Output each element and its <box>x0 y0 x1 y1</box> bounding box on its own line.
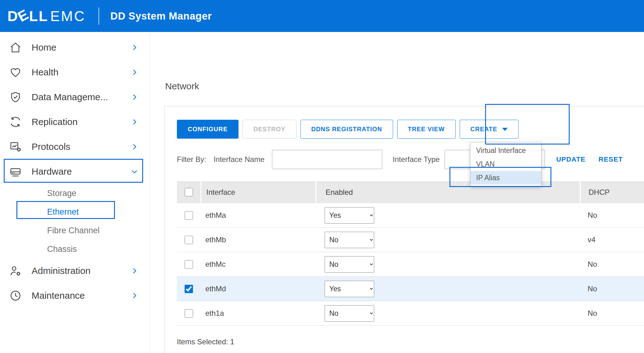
table-row: ethMb No v4 <box>177 228 644 252</box>
caret-down-icon <box>502 128 508 131</box>
dhcp-cell: v4 <box>580 228 644 252</box>
enabled-select[interactable]: No <box>325 232 374 248</box>
interface-cell: ethMb <box>200 228 315 252</box>
app-title: DD System Manager <box>110 10 212 22</box>
sidebar-item-fibre-channel[interactable]: Fibre Channel <box>0 221 150 240</box>
row-checkbox[interactable] <box>185 285 193 293</box>
interface-name-input[interactable] <box>272 150 382 169</box>
protocols-icon <box>9 141 22 153</box>
table-row: ethMc No No <box>177 252 644 277</box>
table-row: ethMa Yes No <box>177 203 644 228</box>
chevron-right-icon <box>130 118 138 126</box>
sidebar-item-hardware[interactable]: Hardware <box>0 159 150 184</box>
home-icon <box>9 41 22 54</box>
main-content: Network INTERFACES SETTINGS ROUTES CONFI… <box>150 32 644 353</box>
chevron-down-icon <box>130 168 138 176</box>
enabled-select[interactable]: Yes <box>325 207 374 224</box>
clock-icon <box>9 289 22 302</box>
filter-by-label: Filter By: <box>177 155 206 164</box>
sidebar-item-chassis[interactable]: Chassis <box>0 240 150 258</box>
sidebar-item-label: Protocols <box>32 141 130 152</box>
sidebar-item-home[interactable]: Home <box>0 35 150 60</box>
enabled-select[interactable]: No <box>325 256 374 273</box>
items-selected-status: Items Selected: 1 <box>177 337 234 346</box>
dhcp-column-header: DHCP <box>580 181 644 203</box>
reset-link[interactable]: RESET <box>598 155 623 163</box>
sidebar-item-label: Hardware <box>32 166 130 177</box>
ddns-registration-button[interactable]: DDNS REGISTRATION <box>300 120 393 139</box>
chevron-right-icon <box>130 143 138 151</box>
dhcp-cell: No <box>580 301 644 325</box>
interface-name-label: Interface Name <box>214 155 265 164</box>
chevron-right-icon <box>130 267 138 275</box>
sidebar: Home Health Data Manageme... Replication… <box>0 32 150 353</box>
select-all-checkbox[interactable] <box>185 188 193 196</box>
interface-cell: ethMd <box>200 277 315 301</box>
sidebar-item-health[interactable]: Health <box>0 60 150 85</box>
interfaces-table: Interface Enabled DHCP ethMa Yes No ethM… <box>177 181 644 326</box>
sidebar-item-label: Data Manageme... <box>32 92 130 102</box>
sidebar-subitem-label: Ethernet <box>47 207 79 217</box>
table-header-row: Interface Enabled DHCP <box>177 181 644 203</box>
enabled-select[interactable]: No <box>325 305 374 322</box>
chevron-right-icon <box>130 68 138 76</box>
row-checkbox[interactable] <box>185 236 193 244</box>
row-checkbox[interactable] <box>185 211 193 220</box>
sidebar-item-label: Health <box>32 67 130 78</box>
sidebar-item-administration[interactable]: Administration <box>0 258 150 283</box>
chevron-right-icon <box>130 43 138 51</box>
configure-button[interactable]: CONFIGURE <box>177 120 239 139</box>
chevron-right-icon <box>130 292 138 300</box>
sidebar-subitem-label: Chassis <box>47 244 77 254</box>
heart-icon <box>9 66 22 78</box>
user-gear-icon <box>9 265 22 277</box>
dellemc-logo: DELL EMC <box>7 8 85 25</box>
enabled-select[interactable]: Yes <box>325 281 374 297</box>
dhcp-cell: No <box>580 277 644 301</box>
menu-item-ip-alias[interactable]: IP Alias <box>471 171 541 185</box>
page-title: Network <box>165 81 199 92</box>
header-divider <box>99 7 99 25</box>
shield-check-icon <box>9 91 22 103</box>
toolbar: CONFIGURE DESTROY DDNS REGISTRATION TREE… <box>177 120 519 139</box>
interface-cell: ethMc <box>200 252 315 276</box>
sidebar-item-ethernet[interactable]: Ethernet <box>0 203 150 221</box>
sidebar-item-label: Administration <box>32 266 130 276</box>
interface-cell: ethMa <box>200 203 315 227</box>
hardware-drive-icon <box>9 165 22 178</box>
sidebar-item-maintenance[interactable]: Maintenance <box>0 283 150 308</box>
app-header: DELL EMC DD System Manager <box>0 0 644 32</box>
sidebar-item-label: Maintenance <box>32 290 130 301</box>
row-checkbox[interactable] <box>185 260 193 269</box>
filter-row: Filter By: Interface Name Interface Type… <box>177 150 623 169</box>
dhcp-cell: No <box>580 203 644 227</box>
refresh-icon <box>9 116 22 128</box>
sidebar-subitem-label: Storage <box>47 189 77 198</box>
create-button[interactable]: CREATE <box>460 120 519 139</box>
sidebar-item-protocols[interactable]: Protocols <box>0 134 150 159</box>
tree-view-button[interactable]: TREE VIEW <box>397 120 456 139</box>
row-checkbox[interactable] <box>185 309 193 318</box>
create-dropdown-menu: Virtual Interface VLAN IP Alias <box>470 142 541 186</box>
chevron-right-icon <box>130 93 138 101</box>
sidebar-item-data-management[interactable]: Data Manageme... <box>0 85 150 109</box>
sidebar-item-label: Home <box>32 42 130 53</box>
sidebar-item-storage[interactable]: Storage <box>0 184 150 203</box>
interface-type-label: Interface Type <box>393 155 440 164</box>
sidebar-item-label: Replication <box>32 117 130 127</box>
table-row: eth1a No No <box>177 301 644 326</box>
sidebar-item-replication[interactable]: Replication <box>0 109 150 134</box>
menu-item-virtual-interface[interactable]: Virtual Interface <box>471 144 541 157</box>
menu-item-vlan[interactable]: VLAN <box>471 157 541 171</box>
table-row-selected: ethMd Yes No <box>177 277 644 301</box>
sidebar-subitem-label: Fibre Channel <box>47 226 100 235</box>
destroy-button[interactable]: DESTROY <box>243 120 296 139</box>
interfaces-panel: CONFIGURE DESTROY DDNS REGISTRATION TREE… <box>164 106 644 353</box>
update-link[interactable]: UPDATE <box>556 155 585 163</box>
interface-cell: eth1a <box>200 301 315 325</box>
dhcp-cell: No <box>580 252 644 276</box>
interface-column-header: Interface <box>200 181 315 203</box>
